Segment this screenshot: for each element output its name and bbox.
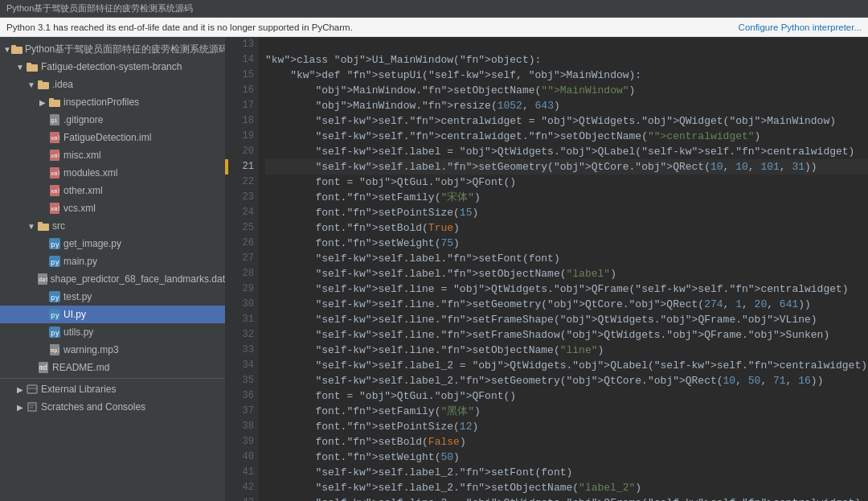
- sidebar-item-misc-xml[interactable]: xmlmisc.xml: [0, 146, 225, 164]
- sidebar-item-test-py[interactable]: pytest.py: [0, 288, 225, 306]
- folder-icon: [37, 78, 50, 91]
- sidebar-item-ui-py[interactable]: pyUI.py: [0, 306, 225, 323]
- code-line: font."fn">setPointSize(12): [265, 419, 868, 434]
- py-icon: py: [48, 308, 61, 321]
- code-line: "self-kw">self.line = "obj">QtWidgets."o…: [265, 281, 868, 297]
- code-line: "self-kw">self."fn">centralwidget = "obj…: [265, 113, 868, 129]
- code-line: "self-kw">self.line_2 = "obj">QtWidgets.…: [265, 495, 868, 501]
- tree-arrow: ▼: [26, 80, 37, 89]
- folder-icon: [37, 220, 50, 232]
- sidebar-item-other-xml[interactable]: xmlother.xml: [0, 182, 225, 199]
- svg-rect-4: [38, 82, 49, 89]
- svg-rect-20: [38, 224, 49, 231]
- line-number: 15: [230, 68, 254, 83]
- svg-text:py: py: [51, 258, 59, 266]
- code-line: "kw">class "obj">Ui_MainWindow("fn">obje…: [265, 52, 868, 68]
- code-line: font."fn">setBold(True): [265, 220, 868, 236]
- code-line: font = "obj">QtGui."obj">QFont(): [265, 388, 868, 404]
- sidebar-item-label: main.py: [63, 256, 97, 267]
- scratches-icon: [26, 400, 39, 413]
- xml-icon: xml: [48, 202, 61, 215]
- line-number: 28: [230, 266, 254, 281]
- sidebar-item-idea[interactable]: ▼.idea: [0, 76, 225, 93]
- svg-rect-21: [38, 222, 43, 224]
- svg-text:gi: gi: [51, 117, 57, 124]
- svg-text:md: md: [39, 364, 47, 372]
- notification-text: Python 3.1 has reached its end-of-life d…: [6, 23, 353, 32]
- sidebar-item-external-libs[interactable]: ▶External Libraries: [0, 380, 225, 398]
- line-number: 21: [230, 159, 254, 175]
- configure-interpreter-link[interactable]: Configure Python interpreter...: [739, 23, 862, 32]
- sidebar-item-warning-mp3[interactable]: mp3warning.mp3: [0, 341, 225, 359]
- tree-arrow: ▶: [37, 98, 48, 107]
- line-number: 31: [230, 312, 254, 327]
- line-number: 36: [230, 388, 254, 404]
- sidebar-item-label: modules.xml: [63, 167, 117, 179]
- folder-icon: [11, 43, 23, 55]
- line-number: 25: [230, 220, 254, 236]
- sidebar-item-inspection-profiles[interactable]: ▶inspectionProfiles: [0, 93, 225, 111]
- code-line: "obj">MainWindow."fn">setObjectName("">M…: [265, 83, 868, 98]
- svg-rect-5: [38, 80, 43, 83]
- sidebar-item-label: vcs.xml: [63, 203, 96, 214]
- sidebar-item-get-image-py[interactable]: pyget_image.py: [0, 235, 225, 253]
- line-number: 30: [230, 297, 254, 312]
- sidebar-item-utils-py[interactable]: pyutils.py: [0, 323, 225, 341]
- sidebar-item-label: Fatigue-detection-system-branch: [41, 61, 182, 72]
- sidebar-item-label: Scratches and Consoles: [41, 401, 145, 413]
- sidebar-item-modules-xml[interactable]: xmlmodules.xml: [0, 164, 225, 182]
- folder-icon: [48, 96, 61, 109]
- sidebar-item-gitignore[interactable]: gi.gitignore: [0, 111, 225, 129]
- sidebar-item-main-py[interactable]: pymain.py: [0, 253, 225, 270]
- sidebar-item-project-root[interactable]: ▼Python基于驾驶员面部特征的疲劳检测系统源码: [0, 40, 225, 58]
- code-line: font = "obj">QtGui."obj">QFont(): [265, 175, 868, 190]
- svg-rect-6: [49, 100, 60, 107]
- code-line: font."fn">setWeight(50): [265, 450, 868, 465]
- line-number: 40: [230, 450, 254, 465]
- mp3-icon: mp3: [48, 343, 61, 356]
- sidebar-item-vcs-xml[interactable]: xmlvcs.xml: [0, 199, 225, 217]
- sidebar-item-label: FatigueDetection.iml: [63, 132, 151, 143]
- sidebar-item-shape-predictor[interactable]: datshape_predictor_68_face_landmarks.dat: [0, 270, 225, 288]
- sidebar-item-fatigue-branch[interactable]: ▼Fatigue-detection-system-branch: [0, 58, 225, 76]
- svg-text:xml: xml: [51, 135, 59, 142]
- code-line: "self-kw">self.line."fn">setFrameShadow(…: [265, 327, 868, 343]
- sidebar-item-label: inspectionProfiles: [63, 97, 139, 108]
- svg-text:mp3: mp3: [51, 347, 59, 354]
- line-number: 19: [230, 129, 254, 144]
- code-area[interactable]: "kw">class "obj">Ui_MainWindow("fn">obje…: [259, 37, 868, 501]
- code-line: "self-kw">self.line."fn">setObjectName("…: [265, 343, 868, 358]
- line-number: 33: [230, 343, 254, 358]
- sidebar: ▼Python基于驾驶员面部特征的疲劳检测系统源码▼Fatigue-detect…: [0, 37, 225, 501]
- svg-rect-7: [49, 98, 54, 101]
- xml-icon: xml: [48, 166, 61, 179]
- sidebar-item-scratches[interactable]: ▶Scratches and Consoles: [0, 398, 225, 416]
- sidebar-item-src[interactable]: ▼src: [0, 217, 225, 235]
- svg-text:dat: dat: [39, 277, 47, 283]
- tree-arrow: ▶: [14, 385, 26, 394]
- svg-rect-38: [27, 385, 37, 393]
- code-line: font."fn">setBold(False): [265, 434, 868, 450]
- iml-icon: xml: [48, 131, 61, 144]
- sidebar-item-readme-md[interactable]: mdREADME.md: [0, 359, 225, 376]
- svg-text:py: py: [51, 294, 59, 302]
- svg-text:py: py: [51, 311, 59, 319]
- svg-rect-1: [11, 45, 16, 47]
- line-number: 14: [230, 52, 254, 68]
- svg-text:xml: xml: [51, 170, 59, 177]
- code-line: font."fn">setFamily("黑体"): [265, 404, 868, 419]
- sidebar-item-fatigue-iml[interactable]: xmlFatigueDetection.iml: [0, 129, 225, 146]
- tree-arrow: ▶: [14, 403, 26, 412]
- sidebar-item-label: .gitignore: [63, 114, 103, 125]
- svg-text:py: py: [51, 329, 59, 337]
- top-bar: Python基于驾驶员面部特征的疲劳检测系统源码: [0, 0, 868, 18]
- svg-rect-2: [27, 64, 38, 72]
- dat-icon: dat: [38, 273, 47, 285]
- sidebar-item-label: External Libraries: [41, 384, 116, 395]
- line-number: 29: [230, 281, 254, 297]
- top-bar-title: Python基于驾驶员面部特征的疲劳检测系统源码: [0, 2, 199, 14]
- line-number: 20: [230, 144, 254, 159]
- svg-text:xml: xml: [51, 206, 59, 212]
- line-number: 35: [230, 373, 254, 388]
- sidebar-item-label: .idea: [52, 79, 73, 90]
